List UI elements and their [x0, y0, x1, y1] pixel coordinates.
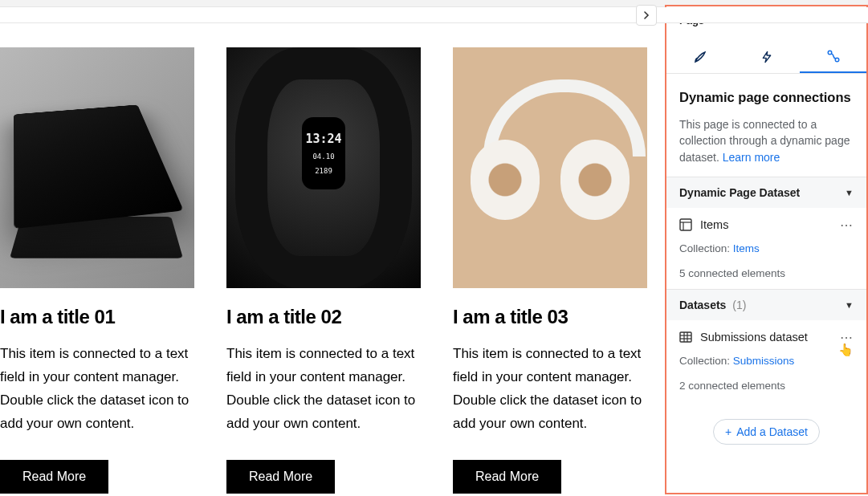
editor-canvas: I am a title 01 This item is connected t…	[0, 23, 665, 496]
read-more-button[interactable]: Read More	[226, 460, 335, 494]
chevron-down-icon: ▼	[845, 300, 854, 310]
section-title: Datasets	[679, 299, 726, 311]
collection-link[interactable]: Items	[733, 242, 760, 254]
add-dataset-button[interactable]: + Add a Dataset	[713, 419, 820, 445]
dataset-name: Items	[700, 218, 728, 231]
plus-icon: +	[725, 425, 731, 438]
read-more-button[interactable]: Read More	[453, 460, 561, 494]
dataset-icon	[679, 218, 692, 231]
card-item: 13:24 04.10 2189 I am a title 02 This it…	[226, 47, 421, 494]
card-title[interactable]: I am a title 02	[226, 306, 421, 328]
section-title: Dynamic Page Dataset	[679, 186, 800, 199]
panel-description: This page is connected to a collection t…	[679, 116, 854, 165]
repeater: I am a title 01 This item is connected t…	[0, 47, 665, 494]
svg-rect-2	[680, 219, 691, 230]
card-item: I am a title 01 This item is connected t…	[0, 47, 194, 494]
panel-title: Dynamic page connections	[679, 90, 854, 105]
watch-steps: 2189	[315, 167, 332, 175]
tab-connections[interactable]	[800, 41, 866, 73]
collection-meta: Collection: Submissions	[666, 355, 866, 376]
card-item: I am a title 03 This item is connected t…	[453, 47, 647, 494]
page-settings-panel: Page Dynamic page connections This page …	[665, 5, 868, 494]
svg-rect-5	[680, 332, 691, 342]
chevron-right-icon	[642, 11, 650, 19]
collection-meta: Collection: Items	[666, 242, 866, 264]
panel-collapse-button[interactable]	[636, 5, 657, 26]
card-description[interactable]: This item is connected to a text field i…	[226, 343, 421, 436]
dataset-row[interactable]: Items ⋯	[666, 208, 866, 242]
connections-icon	[826, 49, 841, 63]
product-image[interactable]	[453, 47, 647, 288]
card-description[interactable]: This item is connected to a text field i…	[453, 343, 647, 436]
section-datasets: Datasets (1) ▼ Submissions dataset ⋯ Col…	[666, 289, 866, 401]
learn-more-link[interactable]: Learn more	[723, 151, 780, 164]
watch-face: 13:24 04.10 2189	[302, 117, 345, 189]
product-image[interactable]: 13:24 04.10 2189	[226, 47, 421, 288]
section-header-datasets[interactable]: Datasets (1) ▼	[666, 290, 866, 320]
connected-count: 2 connected elements	[666, 376, 866, 401]
card-title[interactable]: I am a title 03	[453, 306, 647, 328]
chevron-down-icon: ▼	[845, 188, 854, 197]
lightning-icon	[760, 51, 773, 63]
section-dynamic-dataset: Dynamic Page Dataset ▼ Items ⋯ Collectio…	[666, 177, 866, 289]
brush-icon	[693, 50, 707, 64]
more-actions-button[interactable]: ⋯	[840, 330, 854, 345]
tab-interactions[interactable]	[733, 41, 800, 73]
section-header-dynamic[interactable]: Dynamic Page Dataset ▼	[666, 177, 866, 208]
table-icon	[679, 331, 692, 344]
tab-design[interactable]	[666, 41, 733, 73]
read-more-button[interactable]: Read More	[0, 460, 108, 494]
section-count: (1)	[732, 299, 746, 311]
dataset-name: Submissions dataset	[700, 331, 808, 344]
watch-date: 04.10	[312, 152, 334, 161]
dataset-row[interactable]: Submissions dataset ⋯	[666, 320, 866, 355]
product-image[interactable]	[0, 47, 194, 288]
watch-time: 13:24	[305, 132, 341, 146]
connected-count: 5 connected elements	[666, 264, 866, 289]
card-title[interactable]: I am a title 01	[0, 306, 194, 328]
more-actions-button[interactable]: ⋯	[840, 218, 854, 233]
card-description[interactable]: This item is connected to a text field i…	[0, 343, 194, 436]
collection-link[interactable]: Submissions	[733, 355, 795, 367]
editor-toolbar	[0, 7, 868, 23]
panel-tabs	[666, 41, 866, 74]
